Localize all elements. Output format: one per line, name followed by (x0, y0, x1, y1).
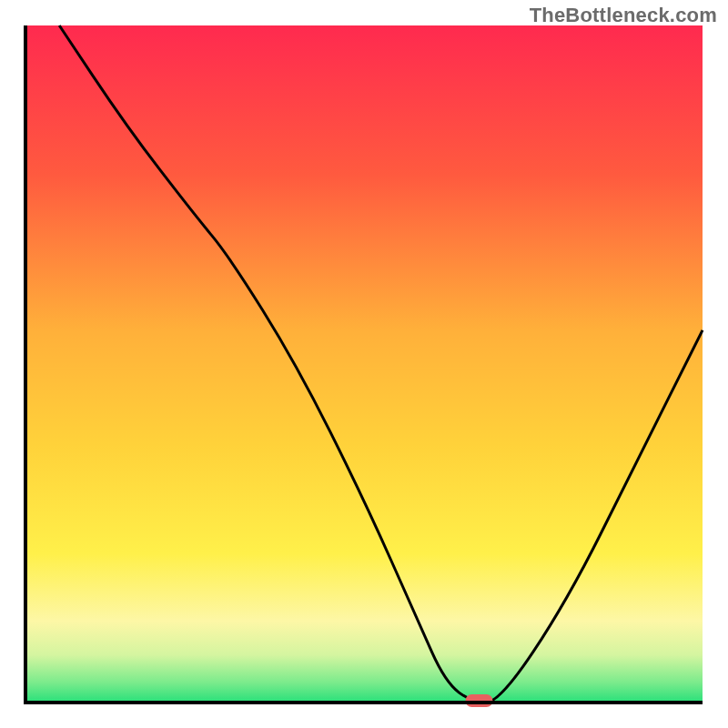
bottleneck-chart (0, 0, 728, 728)
chart-stage: TheBottleneck.com (0, 0, 728, 728)
watermark-label: TheBottleneck.com (530, 4, 717, 27)
